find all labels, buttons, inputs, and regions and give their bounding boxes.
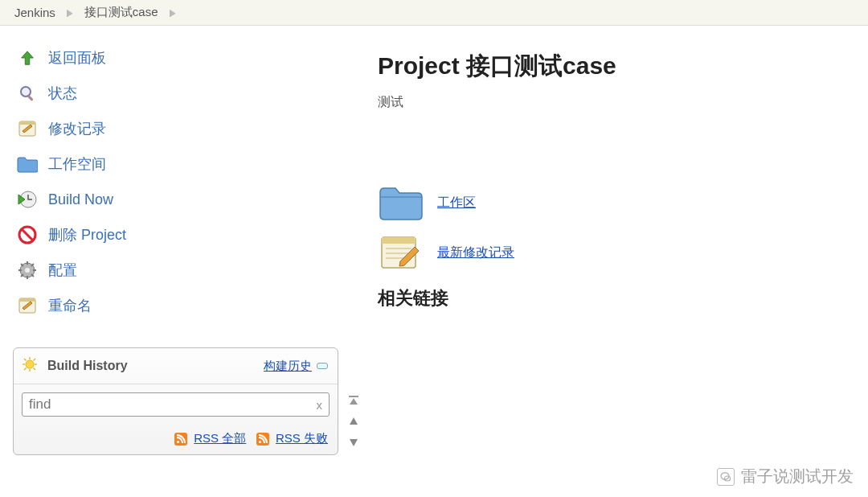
- gear-icon: [16, 259, 39, 281]
- wechat-icon: [717, 468, 735, 486]
- svg-point-31: [259, 441, 261, 443]
- build-history-panel: Build History 构建历史 x RSS 全部: [13, 347, 338, 455]
- sidebar-item-build-now[interactable]: Build Now: [13, 182, 346, 217]
- rss-failed-link[interactable]: RSS 失败: [276, 431, 328, 445]
- rss-row: RSS 全部 RSS 失败: [14, 425, 338, 454]
- sun-icon: [22, 356, 38, 376]
- related-links-heading: 相关链接: [378, 286, 852, 310]
- notepad-icon: [16, 294, 39, 317]
- svg-line-26: [34, 359, 36, 361]
- sidebar-item-label: 删除 Project: [48, 225, 126, 244]
- main-content: Project 接口测试case 测试 工作区 最新修改记录 相关链接: [354, 26, 868, 463]
- svg-line-25: [34, 368, 36, 371]
- chevron-right-icon: ▶: [67, 6, 73, 18]
- sidebar-item-label: 状态: [48, 84, 77, 103]
- rss-icon: [174, 433, 187, 446]
- collapse-icon: [317, 363, 328, 369]
- scroll-top-button[interactable]: [346, 392, 362, 409]
- recent-changes-link[interactable]: 最新修改记录: [437, 244, 514, 261]
- sidebar-item-label: 配置: [48, 261, 77, 280]
- play-clock-icon: [16, 188, 39, 211]
- svg-point-8: [25, 268, 30, 273]
- scroll-down-button[interactable]: [346, 434, 362, 450]
- find-input[interactable]: [29, 396, 317, 413]
- folder-icon: [16, 153, 39, 175]
- chevron-right-icon: ▶: [170, 6, 176, 18]
- sidebar-item-workspace[interactable]: 工作空间: [13, 146, 346, 182]
- svg-point-29: [177, 441, 179, 443]
- sidebar-item-label: 修改记录: [48, 119, 106, 138]
- trend-link[interactable]: 构建历史: [264, 359, 328, 374]
- sidebar-item-label: 重命名: [48, 296, 92, 315]
- up-arrow-icon: [16, 47, 39, 69]
- sidebar-item-configure[interactable]: 配置: [13, 253, 346, 288]
- sidebar-item-back[interactable]: 返回面板: [13, 40, 346, 76]
- build-history-title: Build History: [47, 359, 128, 373]
- svg-rect-3: [19, 121, 35, 125]
- no-entry-icon: [16, 224, 39, 246]
- sidebar-item-delete[interactable]: 删除 Project: [13, 217, 346, 253]
- sidebar-item-status[interactable]: 状态: [13, 76, 346, 111]
- project-description: 测试: [378, 94, 852, 111]
- svg-point-19: [26, 360, 34, 368]
- sidebar-item-label: 工作空间: [48, 154, 106, 174]
- changes-block: 最新修改记录: [378, 233, 852, 272]
- watermark-text: 雷子说测试开发: [741, 466, 854, 487]
- rss-icon: [256, 433, 269, 446]
- find-input-wrapper: x: [22, 392, 330, 417]
- scroll-up-button[interactable]: [346, 413, 362, 429]
- sidebar-item-changes[interactable]: 修改记录: [13, 111, 346, 146]
- breadcrumb: Jenkins ▶ 接口测试case ▶: [0, 0, 868, 26]
- svg-rect-32: [349, 396, 358, 397]
- breadcrumb-project[interactable]: 接口测试case: [84, 5, 158, 20]
- page-title: Project 接口测试case: [378, 50, 852, 83]
- rss-all-link[interactable]: RSS 全部: [194, 431, 246, 445]
- workspace-block: 工作区: [378, 183, 852, 222]
- breadcrumb-root[interactable]: Jenkins: [14, 6, 55, 19]
- sidebar-item-rename[interactable]: 重命名: [13, 288, 346, 323]
- notepad-icon: [378, 233, 423, 272]
- magnifier-icon: [16, 82, 39, 105]
- clear-search-button[interactable]: x: [317, 398, 323, 412]
- svg-rect-34: [382, 237, 416, 244]
- sidebar: 返回面板 状态 修改记录 工作空间: [0, 26, 354, 463]
- svg-rect-1: [27, 95, 34, 101]
- notepad-icon: [16, 117, 39, 140]
- sidebar-item-label: 返回面板: [48, 48, 106, 68]
- workspace-link[interactable]: 工作区: [437, 195, 476, 212]
- svg-line-27: [24, 368, 27, 371]
- svg-line-24: [24, 359, 27, 361]
- svg-rect-18: [19, 298, 35, 302]
- sidebar-item-label: Build Now: [48, 191, 113, 208]
- watermark: 雷子说测试开发: [717, 466, 854, 487]
- folder-icon: [378, 183, 423, 222]
- svg-point-0: [21, 87, 31, 97]
